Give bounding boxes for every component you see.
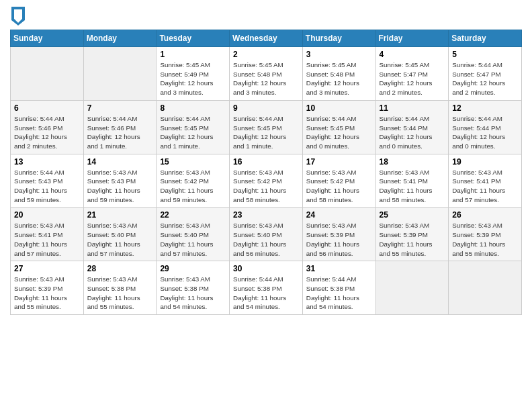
day-info: Sunrise: 5:43 AM Sunset: 5:41 PM Dayligh…	[14, 221, 80, 258]
calendar-week-row: 27Sunrise: 5:43 AM Sunset: 5:39 PM Dayli…	[11, 261, 522, 315]
calendar-cell: 8Sunrise: 5:44 AM Sunset: 5:45 PM Daylig…	[157, 100, 230, 154]
calendar-cell: 2Sunrise: 5:45 AM Sunset: 5:48 PM Daylig…	[230, 47, 303, 101]
calendar-cell: 31Sunrise: 5:44 AM Sunset: 5:38 PM Dayli…	[302, 261, 375, 315]
day-info: Sunrise: 5:44 AM Sunset: 5:38 PM Dayligh…	[306, 275, 372, 312]
weekday-header: Tuesday	[157, 30, 230, 47]
calendar-table: SundayMondayTuesdayWednesdayThursdayFrid…	[10, 30, 522, 315]
day-number: 27	[14, 264, 80, 273]
calendar-cell: 4Sunrise: 5:45 AM Sunset: 5:47 PM Daylig…	[375, 47, 449, 101]
calendar-week-row: 20Sunrise: 5:43 AM Sunset: 5:41 PM Dayli…	[11, 208, 522, 261]
calendar-cell: 9Sunrise: 5:44 AM Sunset: 5:45 PM Daylig…	[230, 100, 303, 154]
day-number: 2	[233, 50, 299, 59]
day-info: Sunrise: 5:45 AM Sunset: 5:49 PM Dayligh…	[160, 60, 226, 97]
weekday-header: Sunday	[11, 30, 84, 47]
day-number: 1	[160, 50, 226, 59]
day-info: Sunrise: 5:43 AM Sunset: 5:43 PM Dayligh…	[87, 168, 153, 205]
calendar-cell: 25Sunrise: 5:43 AM Sunset: 5:39 PM Dayli…	[375, 208, 449, 261]
calendar-cell	[449, 261, 522, 315]
calendar-cell: 23Sunrise: 5:43 AM Sunset: 5:40 PM Dayli…	[230, 208, 303, 261]
day-number: 3	[306, 50, 372, 59]
day-number: 12	[452, 103, 518, 113]
day-info: Sunrise: 5:44 AM Sunset: 5:47 PM Dayligh…	[452, 60, 518, 97]
day-number: 30	[233, 264, 299, 273]
calendar-cell: 3Sunrise: 5:45 AM Sunset: 5:48 PM Daylig…	[302, 47, 375, 101]
day-number: 4	[380, 50, 445, 59]
day-number: 9	[233, 103, 299, 113]
day-info: Sunrise: 5:44 AM Sunset: 5:45 PM Dayligh…	[306, 114, 372, 151]
logo-icon	[11, 7, 25, 26]
day-info: Sunrise: 5:43 AM Sunset: 5:40 PM Dayligh…	[160, 221, 226, 258]
calendar-cell: 28Sunrise: 5:43 AM Sunset: 5:38 PM Dayli…	[83, 261, 157, 315]
day-info: Sunrise: 5:43 AM Sunset: 5:40 PM Dayligh…	[233, 221, 299, 258]
day-number: 22	[160, 210, 226, 220]
day-number: 16	[233, 157, 299, 167]
day-info: Sunrise: 5:43 AM Sunset: 5:38 PM Dayligh…	[160, 275, 226, 312]
calendar-cell: 10Sunrise: 5:44 AM Sunset: 5:45 PM Dayli…	[302, 100, 375, 154]
day-number: 28	[87, 264, 153, 273]
calendar-cell: 12Sunrise: 5:44 AM Sunset: 5:44 PM Dayli…	[449, 100, 522, 154]
calendar-cell: 5Sunrise: 5:44 AM Sunset: 5:47 PM Daylig…	[449, 47, 522, 101]
day-info: Sunrise: 5:45 AM Sunset: 5:47 PM Dayligh…	[380, 60, 445, 97]
weekday-header: Saturday	[449, 30, 522, 47]
calendar-cell: 11Sunrise: 5:44 AM Sunset: 5:44 PM Dayli…	[375, 100, 449, 154]
calendar-cell: 7Sunrise: 5:44 AM Sunset: 5:46 PM Daylig…	[83, 100, 157, 154]
day-number: 13	[14, 157, 80, 167]
weekday-header-row: SundayMondayTuesdayWednesdayThursdayFrid…	[11, 30, 522, 47]
day-number: 5	[452, 50, 518, 59]
day-info: Sunrise: 5:43 AM Sunset: 5:42 PM Dayligh…	[233, 168, 299, 205]
calendar-cell: 22Sunrise: 5:43 AM Sunset: 5:40 PM Dayli…	[157, 208, 230, 261]
day-info: Sunrise: 5:44 AM Sunset: 5:38 PM Dayligh…	[233, 275, 299, 312]
day-number: 14	[87, 157, 153, 167]
calendar-cell	[11, 47, 84, 101]
day-number: 26	[452, 210, 518, 220]
day-number: 18	[380, 157, 445, 167]
day-info: Sunrise: 5:44 AM Sunset: 5:46 PM Dayligh…	[14, 114, 80, 151]
day-number: 19	[452, 157, 518, 167]
calendar-cell: 6Sunrise: 5:44 AM Sunset: 5:46 PM Daylig…	[11, 100, 84, 154]
day-number: 20	[14, 210, 80, 220]
calendar-cell: 30Sunrise: 5:44 AM Sunset: 5:38 PM Dayli…	[230, 261, 303, 315]
day-info: Sunrise: 5:44 AM Sunset: 5:43 PM Dayligh…	[14, 168, 80, 205]
calendar-cell	[375, 261, 449, 315]
day-info: Sunrise: 5:43 AM Sunset: 5:39 PM Dayligh…	[452, 221, 518, 258]
day-number: 7	[87, 103, 153, 113]
day-info: Sunrise: 5:43 AM Sunset: 5:41 PM Dayligh…	[380, 168, 445, 205]
weekday-header: Friday	[375, 30, 449, 47]
day-info: Sunrise: 5:43 AM Sunset: 5:42 PM Dayligh…	[160, 168, 226, 205]
day-number: 31	[306, 264, 372, 273]
day-info: Sunrise: 5:43 AM Sunset: 5:42 PM Dayligh…	[306, 168, 372, 205]
day-number: 29	[160, 264, 226, 273]
day-info: Sunrise: 5:44 AM Sunset: 5:46 PM Dayligh…	[87, 114, 153, 151]
calendar-cell: 26Sunrise: 5:43 AM Sunset: 5:39 PM Dayli…	[449, 208, 522, 261]
calendar-cell: 19Sunrise: 5:43 AM Sunset: 5:41 PM Dayli…	[449, 154, 522, 208]
calendar-cell	[83, 47, 157, 101]
weekday-header: Wednesday	[230, 30, 303, 47]
day-info: Sunrise: 5:43 AM Sunset: 5:40 PM Dayligh…	[87, 221, 153, 258]
day-info: Sunrise: 5:43 AM Sunset: 5:39 PM Dayligh…	[14, 275, 80, 312]
day-number: 25	[380, 210, 445, 220]
weekday-header: Monday	[83, 30, 157, 47]
weekday-header: Thursday	[302, 30, 375, 47]
page-header	[10, 7, 522, 26]
day-info: Sunrise: 5:44 AM Sunset: 5:45 PM Dayligh…	[160, 114, 226, 151]
day-info: Sunrise: 5:43 AM Sunset: 5:39 PM Dayligh…	[306, 221, 372, 258]
day-number: 11	[380, 103, 445, 113]
logo	[10, 9, 25, 26]
day-info: Sunrise: 5:45 AM Sunset: 5:48 PM Dayligh…	[306, 60, 372, 97]
day-info: Sunrise: 5:43 AM Sunset: 5:41 PM Dayligh…	[452, 168, 518, 205]
calendar-cell: 17Sunrise: 5:43 AM Sunset: 5:42 PM Dayli…	[302, 154, 375, 208]
calendar-cell: 14Sunrise: 5:43 AM Sunset: 5:43 PM Dayli…	[83, 154, 157, 208]
day-number: 21	[87, 210, 153, 220]
day-number: 6	[14, 103, 80, 113]
calendar-cell: 29Sunrise: 5:43 AM Sunset: 5:38 PM Dayli…	[157, 261, 230, 315]
calendar-cell: 1Sunrise: 5:45 AM Sunset: 5:49 PM Daylig…	[157, 47, 230, 101]
calendar-week-row: 1Sunrise: 5:45 AM Sunset: 5:49 PM Daylig…	[11, 47, 522, 101]
calendar-cell: 16Sunrise: 5:43 AM Sunset: 5:42 PM Dayli…	[230, 154, 303, 208]
day-number: 24	[306, 210, 372, 220]
calendar-cell: 21Sunrise: 5:43 AM Sunset: 5:40 PM Dayli…	[83, 208, 157, 261]
day-info: Sunrise: 5:44 AM Sunset: 5:45 PM Dayligh…	[233, 114, 299, 151]
day-info: Sunrise: 5:44 AM Sunset: 5:44 PM Dayligh…	[452, 114, 518, 151]
day-number: 15	[160, 157, 226, 167]
calendar-cell: 15Sunrise: 5:43 AM Sunset: 5:42 PM Dayli…	[157, 154, 230, 208]
day-number: 17	[306, 157, 372, 167]
